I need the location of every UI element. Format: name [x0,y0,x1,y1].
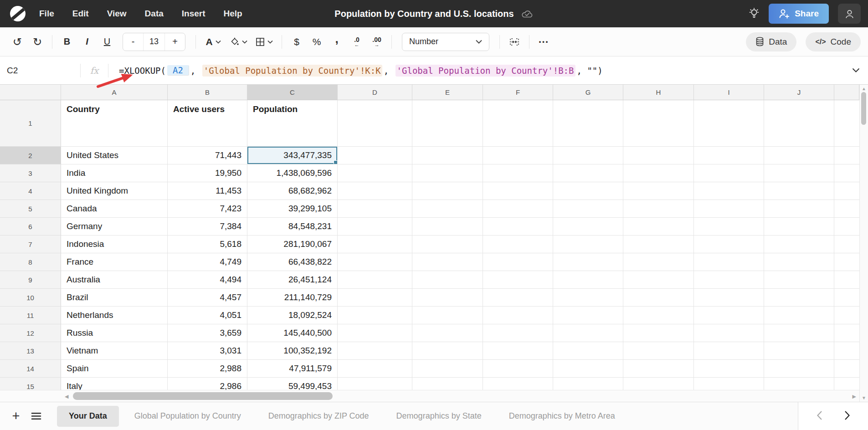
cell-I15[interactable] [694,378,764,390]
cell-A14[interactable]: Spain [61,360,168,378]
cell-G12[interactable] [553,324,623,342]
cell-E7[interactable] [412,235,483,253]
text-overflow-button[interactable] [504,32,524,52]
cell-J1[interactable] [764,100,834,147]
cell-A7[interactable]: Indonesia [61,235,168,253]
cell-partial-9[interactable] [834,271,859,289]
sheet-tab-demographics-by-state[interactable]: Demographics by State [385,406,493,427]
cell-C6[interactable]: 84,548,231 [247,218,338,235]
cell-F15[interactable] [483,378,553,390]
cell-I1[interactable] [694,100,764,147]
cell-F14[interactable] [483,360,553,378]
cell-E15[interactable] [412,378,483,390]
cell-D7[interactable] [338,235,412,253]
cell-A15[interactable]: Italy [61,378,168,390]
formula-expand-button[interactable] [852,67,860,75]
cell-B15[interactable]: 2,986 [168,378,247,390]
row-header-12[interactable]: 12 [0,324,61,342]
cell-D5[interactable] [338,200,412,218]
scroll-up-icon[interactable]: ▲ [860,86,868,91]
cell-I13[interactable] [694,342,764,360]
cell-E1[interactable] [412,100,483,147]
cell-F3[interactable] [483,164,553,182]
cell-G1[interactable] [553,100,623,147]
grid-corner-cell[interactable] [0,85,61,100]
cell-F8[interactable] [483,253,553,271]
cell-partial-6[interactable] [834,218,859,235]
cell-partial-5[interactable] [834,200,859,218]
cell-A1[interactable]: Country [61,100,168,147]
row-header-4[interactable]: 4 [0,182,61,200]
horizontal-scroll-thumb[interactable] [73,392,333,400]
cell-E6[interactable] [412,218,483,235]
cell-I2[interactable] [694,147,764,164]
cell-H3[interactable] [623,164,694,182]
cell-C13[interactable]: 100,352,192 [247,342,338,360]
cell-partial-1[interactable] [834,100,859,147]
cell-D1[interactable] [338,100,412,147]
cell-F11[interactable] [483,307,553,324]
cell-F10[interactable] [483,289,553,307]
cell-I8[interactable] [694,253,764,271]
cell-J15[interactable] [764,378,834,390]
cell-J14[interactable] [764,360,834,378]
cell-partial-13[interactable] [834,342,859,360]
cell-I12[interactable] [694,324,764,342]
cell-D13[interactable] [338,342,412,360]
cell-C9[interactable]: 26,451,124 [247,271,338,289]
cell-B4[interactable]: 11,453 [168,182,247,200]
cell-D9[interactable] [338,271,412,289]
cell-D2[interactable] [338,147,412,164]
cell-B12[interactable]: 3,659 [168,324,247,342]
text-color-button[interactable]: A [200,32,226,52]
bold-button[interactable]: B [57,32,77,52]
column-header-i[interactable]: I [694,85,764,100]
cell-C5[interactable]: 39,299,105 [247,200,338,218]
cell-D10[interactable] [338,289,412,307]
cell-E11[interactable] [412,307,483,324]
cell-I14[interactable] [694,360,764,378]
document-title[interactable]: Population by Country and U.S. locations [334,9,514,19]
cell-A6[interactable]: Germany [61,218,168,235]
code-panel-button[interactable]: </> Code [806,32,861,51]
cell-G2[interactable] [553,147,623,164]
cell-partial-15[interactable] [834,378,859,390]
cell-G6[interactable] [553,218,623,235]
menu-file[interactable]: File [39,9,54,19]
cell-D8[interactable] [338,253,412,271]
cell-partial-2[interactable] [834,147,859,164]
currency-format-button[interactable]: $ [287,32,307,52]
cell-J12[interactable] [764,324,834,342]
scroll-down-icon[interactable]: ▼ [860,395,868,400]
cell-I11[interactable] [694,307,764,324]
cell-B1[interactable]: Active users [168,100,247,147]
cell-A4[interactable]: United Kingdom [61,182,168,200]
menu-view[interactable]: View [107,9,127,19]
cell-D15[interactable] [338,378,412,390]
cell-A8[interactable]: France [61,253,168,271]
cell-E14[interactable] [412,360,483,378]
cell-G5[interactable] [553,200,623,218]
cell-D6[interactable] [338,218,412,235]
cell-C10[interactable]: 211,140,729 [247,289,338,307]
horizontal-scrollbar[interactable]: ◀ ▶ [0,390,868,402]
cell-partial-8[interactable] [834,253,859,271]
cell-B8[interactable]: 4,749 [168,253,247,271]
cell-H11[interactable] [623,307,694,324]
cell-B10[interactable]: 4,457 [168,289,247,307]
row-header-13[interactable]: 13 [0,342,61,360]
cell-A13[interactable]: Vietnam [61,342,168,360]
cell-G7[interactable] [553,235,623,253]
cell-B9[interactable]: 4,494 [168,271,247,289]
row-header-1[interactable]: 1 [0,100,61,147]
cell-B7[interactable]: 5,618 [168,235,247,253]
cell-D11[interactable] [338,307,412,324]
borders-button[interactable] [252,32,277,52]
cell-F1[interactable] [483,100,553,147]
cell-F13[interactable] [483,342,553,360]
row-header-14[interactable]: 14 [0,360,61,378]
cell-H8[interactable] [623,253,694,271]
cell-I5[interactable] [694,200,764,218]
cell-J2[interactable] [764,147,834,164]
column-header-a[interactable]: A [61,85,168,100]
